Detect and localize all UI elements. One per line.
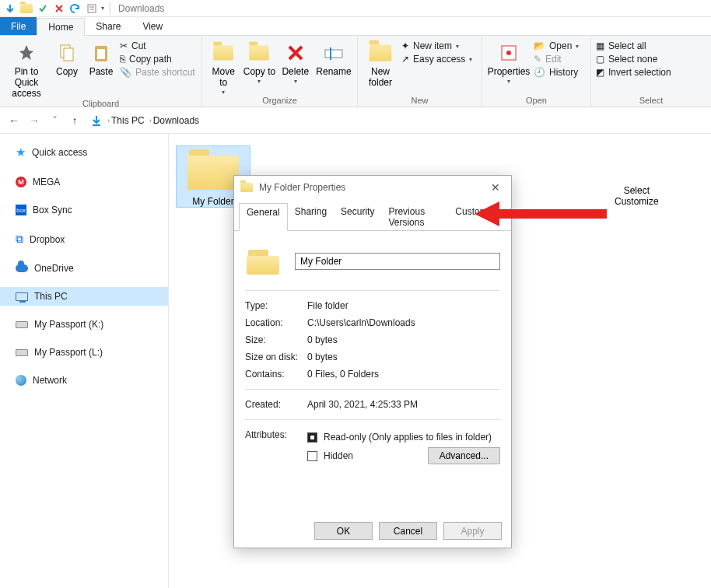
chevron-right-icon[interactable]: › bbox=[107, 117, 110, 124]
advanced-button[interactable]: Advanced... bbox=[428, 447, 500, 464]
file-tab[interactable]: File bbox=[0, 17, 37, 35]
sidebar-item-mega[interactable]: MMEGA bbox=[0, 173, 168, 191]
sidebar-item-box-sync[interactable]: boxBox Sync bbox=[0, 201, 168, 219]
hidden-label: Hidden bbox=[324, 450, 353, 461]
size-value: 0 bytes bbox=[307, 334, 500, 345]
copy-to-button[interactable]: Copy to▾ bbox=[243, 39, 275, 85]
select-none-button[interactable]: ▢Select none bbox=[596, 54, 671, 65]
sidebar-item-quick-access[interactable]: ★Quick access bbox=[0, 142, 168, 163]
undo-icon[interactable] bbox=[68, 2, 82, 16]
pin-to-quick-access-button[interactable]: Pin to Quick access bbox=[5, 39, 48, 99]
location-value: C:\Users\carln\Downloads bbox=[307, 317, 500, 328]
svg-rect-6 bbox=[97, 49, 105, 59]
moveto-icon bbox=[211, 40, 236, 65]
properties-button[interactable]: Properties▾ bbox=[487, 39, 531, 85]
sidebar-item-dropbox[interactable]: ⧉Dropbox bbox=[0, 229, 168, 250]
organize-group-label: Organize bbox=[202, 96, 357, 107]
sidebar-item-passport-l[interactable]: My Passport (L:) bbox=[0, 343, 168, 362]
svg-rect-0 bbox=[88, 5, 96, 12]
copy-path-button[interactable]: ⎘Copy path bbox=[120, 54, 195, 65]
history-icon: 🕘 bbox=[534, 67, 545, 78]
folder-icon bbox=[240, 183, 253, 192]
copyto-icon bbox=[247, 40, 271, 65]
contains-label: Contains: bbox=[245, 369, 307, 380]
dropbox-icon: ⧉ bbox=[16, 233, 23, 246]
svg-rect-7 bbox=[325, 50, 342, 58]
downloads-glyph-icon bbox=[90, 114, 103, 127]
copypath-icon: ⎘ bbox=[120, 54, 125, 65]
window-title: Downloads bbox=[118, 3, 164, 14]
copy-label: Copy bbox=[56, 67, 78, 78]
nav-up-button[interactable]: ↑ bbox=[67, 114, 82, 127]
x-red-icon[interactable] bbox=[52, 2, 66, 16]
check-icon[interactable] bbox=[36, 2, 50, 16]
nav-recent-dropdown[interactable]: ˅ bbox=[47, 114, 62, 127]
history-button[interactable]: 🕘History bbox=[534, 67, 579, 78]
monitor-icon bbox=[16, 292, 28, 301]
view-tab[interactable]: View bbox=[131, 17, 173, 35]
star-icon: ★ bbox=[16, 145, 26, 159]
copy-button[interactable]: Copy bbox=[51, 39, 82, 78]
nav-sidebar: ★Quick access MMEGA boxBox Sync ⧉Dropbox… bbox=[0, 134, 169, 588]
delete-button[interactable]: Delete▾ bbox=[279, 39, 312, 85]
folder-name-input[interactable] bbox=[295, 253, 500, 270]
selectnone-icon: ▢ bbox=[596, 54, 604, 65]
qat-dropdown-icon[interactable]: ▾ bbox=[101, 5, 104, 12]
cancel-button[interactable]: Cancel bbox=[379, 522, 437, 540]
ribbon-tabs: File Home Share View bbox=[0, 17, 711, 36]
sidebar-item-this-pc[interactable]: This PC bbox=[0, 287, 168, 306]
nav-row: ← → ˅ ↑ › This PC› Downloads bbox=[0, 107, 711, 134]
paste-label: Paste bbox=[89, 67, 114, 78]
edit-button[interactable]: ✎Edit bbox=[534, 54, 579, 65]
ok-button[interactable]: OK bbox=[314, 522, 373, 540]
down-arrow-icon[interactable] bbox=[3, 2, 17, 16]
hidden-checkbox[interactable] bbox=[307, 451, 317, 461]
breadcrumb-downloads[interactable]: Downloads bbox=[153, 115, 199, 126]
annotation-arrow bbox=[475, 205, 607, 222]
tab-general[interactable]: General bbox=[239, 203, 288, 231]
mega-icon: M bbox=[16, 177, 26, 187]
paste-shortcut-button[interactable]: 📎Paste shortcut bbox=[120, 67, 195, 78]
sidebar-item-network[interactable]: Network bbox=[0, 371, 168, 390]
dialog-tabs: General Sharing Security Previous Versio… bbox=[234, 202, 511, 231]
easy-access-button[interactable]: ↗Easy access ▾ bbox=[401, 54, 472, 65]
props-qat-icon[interactable] bbox=[85, 2, 99, 16]
new-item-button[interactable]: ✦New item ▾ bbox=[401, 40, 472, 51]
quick-access-toolbar: ▾ bbox=[3, 2, 114, 16]
invert-icon: ◩ bbox=[596, 67, 604, 78]
home-tab[interactable]: Home bbox=[37, 18, 85, 36]
sidebar-item-passport-k[interactable]: My Passport (K:) bbox=[0, 315, 168, 334]
folder-icon bbox=[245, 247, 281, 278]
shortcut-icon: 📎 bbox=[120, 67, 131, 78]
tab-security[interactable]: Security bbox=[334, 203, 381, 231]
cloud-icon bbox=[16, 264, 28, 272]
nav-forward-button[interactable]: → bbox=[26, 114, 42, 127]
newitem-icon: ✦ bbox=[401, 40, 409, 51]
nav-back-button[interactable]: ← bbox=[6, 114, 22, 127]
new-folder-button[interactable]: New folder bbox=[363, 39, 398, 89]
svg-rect-4 bbox=[64, 48, 73, 61]
close-icon[interactable]: ✕ bbox=[486, 181, 505, 194]
location-label: Location: bbox=[245, 317, 307, 328]
tab-sharing[interactable]: Sharing bbox=[288, 203, 334, 231]
readonly-checkbox[interactable] bbox=[307, 432, 317, 443]
size-label: Size: bbox=[245, 334, 307, 345]
apply-button[interactable]: Apply bbox=[443, 522, 502, 540]
open-button[interactable]: 📂Open ▾ bbox=[534, 40, 579, 51]
chevron-right-icon[interactable]: › bbox=[149, 117, 152, 124]
sidebar-item-onedrive[interactable]: OneDrive bbox=[0, 259, 168, 278]
paste-button[interactable]: Paste bbox=[86, 39, 117, 78]
invert-selection-button[interactable]: ◩Invert selection bbox=[596, 67, 671, 78]
share-tab[interactable]: Share bbox=[85, 17, 131, 35]
drive-icon bbox=[16, 349, 28, 356]
select-all-button[interactable]: ▦Select all bbox=[596, 40, 671, 51]
rename-button[interactable]: Rename bbox=[315, 39, 352, 78]
folder-icon[interactable] bbox=[19, 2, 33, 16]
cut-button[interactable]: ✂Cut bbox=[120, 40, 195, 51]
readonly-label: Read-only (Only applies to files in fold… bbox=[324, 432, 492, 443]
dialog-titlebar[interactable]: My Folder Properties ✕ bbox=[234, 176, 511, 199]
tab-previous-versions[interactable]: Previous Versions bbox=[381, 203, 448, 231]
breadcrumb-thispc[interactable]: This PC bbox=[111, 115, 145, 126]
move-to-button[interactable]: Move to▾ bbox=[207, 39, 240, 96]
address-bar[interactable]: › This PC› Downloads bbox=[87, 111, 705, 130]
